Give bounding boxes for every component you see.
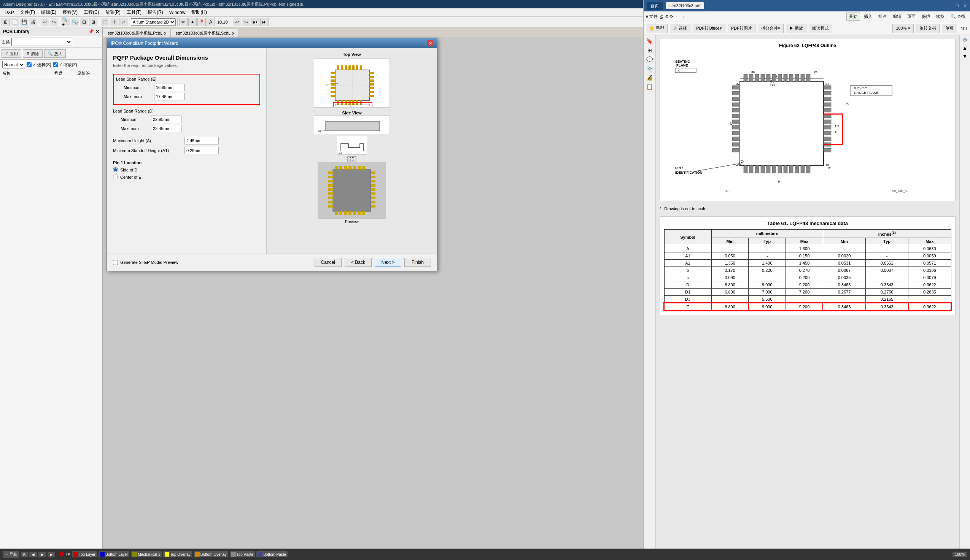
pdf-menu-undo[interactable]: ⟲ bbox=[665, 14, 668, 19]
pdf-close-icon[interactable]: ✕ bbox=[963, 3, 967, 8]
rotate-doc-button[interactable]: 旋转文档 bbox=[916, 24, 940, 33]
split-merge-button[interactable]: 拆分合并▾ bbox=[758, 24, 784, 33]
menu-tools[interactable]: 工具(T) bbox=[124, 8, 145, 17]
layer-bottom[interactable]: Bottom Layer bbox=[99, 551, 129, 557]
pdf-menu-edit[interactable]: 编辑 bbox=[890, 13, 903, 20]
read-mode-button[interactable]: 阅读模式 bbox=[809, 24, 832, 33]
play-button[interactable]: ▶ 播放 bbox=[786, 24, 806, 33]
status-prev-page[interactable]: K bbox=[21, 552, 28, 557]
stamp-icon[interactable]: 🔏 bbox=[646, 75, 653, 81]
toolbar-undo2[interactable]: ↩ bbox=[233, 18, 241, 26]
panel-close-icon[interactable]: ✕ bbox=[95, 29, 99, 34]
select-checkbox[interactable] bbox=[27, 62, 32, 67]
zoom-checkbox[interactable] bbox=[53, 62, 58, 67]
select-checkbox-label[interactable]: ✓ 选择(S) bbox=[27, 62, 51, 68]
min-standoff-input[interactable] bbox=[184, 147, 219, 154]
toolbar-redo2[interactable]: ↪ bbox=[242, 18, 250, 26]
apply-button[interactable]: ✓ 应用 bbox=[2, 49, 21, 58]
pdf-menu-redo[interactable]: ⟳ bbox=[670, 14, 673, 19]
pdf-minimize-icon[interactable]: ─ bbox=[948, 3, 952, 8]
pdf-menu-convert[interactable]: 转换 bbox=[934, 13, 947, 20]
lead-span-d-min-input[interactable] bbox=[151, 115, 182, 123]
pdf-menu-file[interactable]: ≡ 文件 bbox=[646, 14, 658, 19]
menu-dxp[interactable]: DXP bbox=[2, 9, 17, 16]
pdf-menu-protect[interactable]: 保护 bbox=[920, 13, 932, 20]
cancel-button[interactable]: Cancel bbox=[315, 258, 342, 267]
toolbar-zoom-in[interactable]: 🔍+ bbox=[62, 18, 70, 26]
comment-icon[interactable]: 💬 bbox=[646, 56, 653, 62]
pdf-menu-comment[interactable]: 批注 bbox=[876, 13, 889, 20]
menu-window[interactable]: Window bbox=[166, 9, 189, 16]
toolbar-pen[interactable]: ✏ bbox=[179, 18, 187, 26]
back-button[interactable]: < Back bbox=[345, 258, 372, 267]
lead-span-e-max-input[interactable] bbox=[154, 93, 184, 100]
finish-button[interactable]: Finish bbox=[404, 258, 431, 267]
pdf-menu-start[interactable]: 开始 bbox=[846, 13, 860, 20]
pdf-menu-fwd[interactable]: → bbox=[681, 15, 685, 19]
pdf-menu-print[interactable]: 🖨 bbox=[659, 15, 663, 19]
zoom-button[interactable]: 🔍 放大 bbox=[44, 49, 66, 58]
pdf-maximize-icon[interactable]: □ bbox=[956, 3, 958, 8]
pdf-menu-page[interactable]: 页面 bbox=[905, 13, 918, 20]
tab-schlib[interactable]: stm32f103c8t6最小系统.SchLib bbox=[171, 29, 239, 37]
status-navigate[interactable]: ↩ 导航 bbox=[3, 551, 19, 558]
layer-top-overlay[interactable]: Top Overlay bbox=[163, 551, 192, 557]
toolbar-step-fwd[interactable]: ⏭ bbox=[260, 18, 269, 26]
toolbar-step-back[interactable]: ⏮ bbox=[251, 18, 259, 26]
status-page-back[interactable]: ◀ bbox=[29, 552, 37, 557]
layer-bottom-paste[interactable]: Bottom Paste bbox=[256, 551, 287, 557]
pdf-to-image-button[interactable]: PDF转图片 bbox=[728, 24, 755, 33]
layer-bottom-overlay[interactable]: Bottom Overlay bbox=[194, 551, 228, 557]
face-select[interactable] bbox=[12, 38, 72, 46]
2d-button[interactable]: 2D bbox=[347, 156, 357, 162]
pdf-tab-file[interactable]: stm32f103c8.pdf bbox=[666, 2, 704, 9]
view-mode-select[interactable]: Altium Standard 2D bbox=[131, 18, 176, 26]
max-height-input[interactable] bbox=[184, 137, 219, 145]
attachment-icon[interactable]: 📎 bbox=[646, 65, 653, 72]
toolbar-pin[interactable]: 📍 bbox=[197, 18, 206, 26]
bookmark-icon[interactable]: 🔖 bbox=[646, 38, 653, 44]
menu-edit[interactable]: 编辑(E) bbox=[38, 8, 59, 17]
toolbar-text[interactable]: A bbox=[207, 18, 215, 26]
zoom-checkbox-label[interactable]: ✓ 缩放(Z) bbox=[53, 62, 77, 68]
next-button[interactable]: Next > bbox=[375, 258, 401, 267]
panel-pin-icon[interactable]: 📌 bbox=[88, 29, 94, 34]
zoom-level-button[interactable]: 100% ▾ bbox=[892, 24, 913, 33]
expand-icon[interactable]: ⊕ bbox=[963, 37, 967, 43]
dialog-close-button[interactable]: ✕ bbox=[427, 40, 433, 47]
toolbar-btn-3[interactable]: 💾 bbox=[20, 18, 28, 26]
tab-pcblib[interactable]: stm32f103c8t6最小系统.PcbLib bbox=[103, 29, 171, 37]
toolbar-zoom-fit[interactable]: ⊡ bbox=[80, 18, 88, 26]
toolbar-zoom-all[interactable]: ⊞ bbox=[89, 18, 97, 26]
layer-top[interactable]: Top Layer bbox=[72, 551, 97, 557]
menu-report[interactable]: 报告(R) bbox=[145, 8, 166, 17]
toolbar-btn-4[interactable]: 🖨 bbox=[29, 18, 37, 26]
layers-icon[interactable]: 📋 bbox=[646, 83, 653, 90]
toolbar-cross[interactable]: ✛ bbox=[110, 18, 118, 26]
lead-span-d-max-input[interactable] bbox=[151, 125, 182, 132]
pdf-menu-back[interactable]: ← bbox=[675, 15, 679, 19]
hand-tool-button[interactable]: 🖐 手型 bbox=[646, 24, 668, 33]
single-page-button[interactable]: 单页 bbox=[942, 24, 957, 33]
toolbar-btn-undo[interactable]: ↩ bbox=[41, 18, 49, 26]
pin1-option1-radio[interactable] bbox=[113, 167, 118, 172]
menu-project[interactable]: 工程(C) bbox=[81, 8, 102, 17]
pin1-option2-radio[interactable] bbox=[113, 175, 118, 180]
toolbar-btn-1[interactable]: ⊞ bbox=[2, 18, 10, 26]
pdf-tab-home[interactable]: 首页 bbox=[647, 2, 663, 10]
step-model-checkbox[interactable] bbox=[113, 260, 118, 265]
pdf-menu-search[interactable]: 🔍 查找 bbox=[948, 13, 968, 20]
page-down-icon[interactable]: ▼ bbox=[962, 53, 968, 59]
menu-file[interactable]: 文件(F) bbox=[17, 8, 38, 17]
select-tool-button[interactable]: ▷ 选择 bbox=[670, 24, 690, 33]
page-up-icon[interactable]: ▲ bbox=[962, 45, 968, 51]
menu-view[interactable]: 察看(V) bbox=[59, 8, 81, 17]
pdf-to-office-button[interactable]: PDF转Office▾ bbox=[693, 24, 725, 33]
toolbar-btn-redo[interactable]: ↪ bbox=[50, 18, 58, 26]
zoom-100-button[interactable]: 100% bbox=[953, 552, 967, 557]
toolbar-dot[interactable]: ● bbox=[188, 18, 197, 26]
menu-place[interactable]: 放置(P) bbox=[102, 8, 124, 17]
toolbar-btn-2[interactable]: 📄 bbox=[11, 18, 19, 26]
lead-span-e-min-input[interactable] bbox=[154, 83, 184, 91]
layer-ls[interactable]: LS bbox=[60, 552, 70, 557]
